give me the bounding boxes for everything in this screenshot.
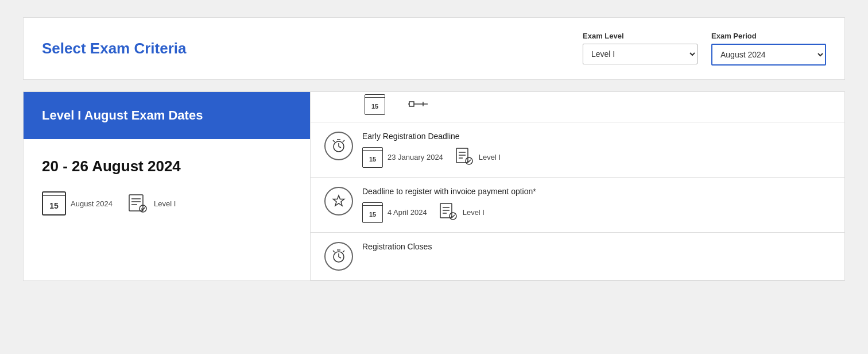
partial-resize-icon [408,97,429,113]
left-header-title: Level I August Exam Dates [42,108,292,123]
invoice-deadline-title: Deadline to register with invoice paymen… [362,187,831,196]
exam-period-label: Exam Period [711,32,826,40]
invoice-deadline-date: 4 April 2024 [388,208,427,217]
deadline-row-invoice: Deadline to register with invoice paymen… [311,178,844,233]
early-cal-icon: 15 [362,147,383,168]
level-badge: Level I [126,192,176,215]
deadline-content-closes: Registration Closes [362,242,831,257]
early-level-text: Level I [479,153,501,161]
date-meta: 15 August 2024 [42,191,292,216]
exam-period-select[interactable]: August 2024 February 2024 November 2024 [711,44,826,66]
calendar-icon: 15 [42,191,66,216]
svg-rect-5 [409,102,414,106]
partial-spacer [324,99,353,110]
deadline-content-invoice: Deadline to register with invoice paymen… [362,187,831,223]
exam-period-group: Exam Period August 2024 February 2024 No… [711,32,826,66]
left-body: 20 - 26 August 2024 15 August 2024 [24,139,310,234]
level-label: Level I [154,199,176,208]
cal-icon-num: 15 [49,201,59,210]
right-panel[interactable]: 15 [311,92,844,280]
svg-line-26 [339,257,341,258]
left-panel: Level I August Exam Dates 20 - 26 August… [24,92,311,280]
exam-date-range: 20 - 26 August 2024 [42,157,292,175]
main-content: Level I August Exam Dates 20 - 26 August… [23,91,845,281]
calendar-badge: 15 August 2024 [42,191,113,216]
invoice-deadline-meta: 15 4 April 2024 [362,202,831,223]
calendar-label: August 2024 [71,199,113,208]
svg-rect-0 [129,195,143,211]
partial-cal-icon: 15 [365,94,385,115]
early-deadline-level: Level I [455,147,501,168]
page-title: Select Exam Criteria [42,40,560,57]
invoice-cal-icon: 15 [362,202,383,223]
svg-marker-18 [334,195,344,206]
exam-level-select[interactable]: Level I Level II Level III [583,44,698,64]
criteria-group: Exam Level Level I Level II Level III Ex… [583,32,826,66]
early-deadline-cal: 15 23 January 2024 [362,147,443,168]
early-deadline-meta: 15 23 January 2024 [362,147,831,168]
invoice-level-text: Level I [463,208,485,217]
closes-deadline-title: Registration Closes [362,242,831,251]
early-cert-icon [455,147,474,168]
partial-row: 15 [311,92,844,122]
invoice-deadline-cal: 15 4 April 2024 [362,202,427,223]
deadline-row-early: Early Registration Deadline 15 23 Januar… [311,122,844,178]
deadline-row-closes: Registration Closes [311,233,844,280]
early-cal-num: 15 [369,156,376,163]
partial-cal-num: 15 [371,103,378,110]
cert-icon [126,192,149,215]
top-panel: Select Exam Criteria Exam Level Level I … [23,17,845,80]
partial-cal-group: 15 [365,94,385,115]
alarm-icon-circle-2 [324,242,353,271]
invoice-cert-icon [439,202,458,223]
early-deadline-date: 23 January 2024 [388,153,443,161]
early-deadline-title: Early Registration Deadline [362,132,831,141]
exam-level-group: Exam Level Level I Level II Level III [583,32,698,64]
invoice-deadline-level: Level I [439,202,485,223]
invoice-cal-num: 15 [369,211,376,218]
left-header: Level I August Exam Dates [24,92,310,139]
star-icon-circle [324,187,353,216]
exam-level-label: Exam Level [583,32,698,40]
alarm-icon-circle-1 [324,132,353,160]
svg-line-11 [339,147,341,148]
deadline-content-early: Early Registration Deadline 15 23 Januar… [362,132,831,168]
